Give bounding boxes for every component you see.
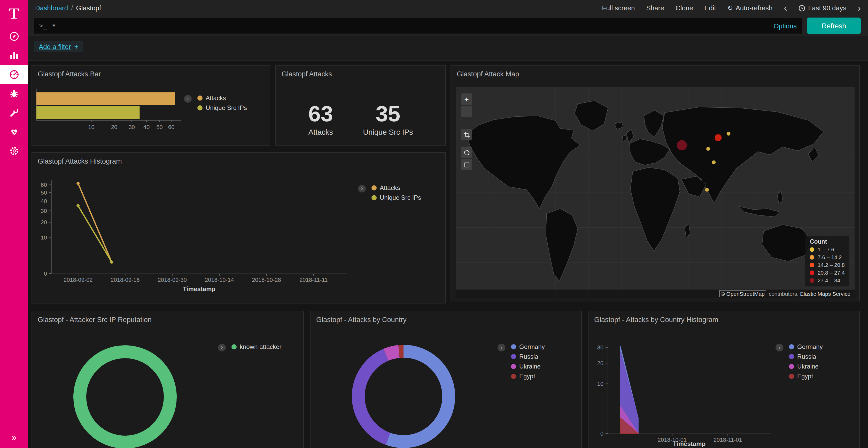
metric-row: 63 Attacks 35 Unique Src IPs xyxy=(276,78,445,136)
legend-item[interactable]: Attacks xyxy=(371,184,421,192)
polygon-icon xyxy=(463,149,470,156)
auto-refresh-button[interactable]: ↻ Auto-refresh xyxy=(727,4,773,12)
legend-item[interactable]: Russia xyxy=(789,353,823,360)
time-forward-button[interactable]: › xyxy=(858,3,861,13)
map-attribution: © OpenStreetMap contributors, Elastic Ma… xyxy=(456,289,855,298)
country-donut-chart[interactable] xyxy=(347,340,460,448)
auto-refresh-label: Auto-refresh xyxy=(736,4,772,12)
sidebar-collapse-toggle[interactable]: » xyxy=(0,433,28,443)
reputation-donut-chart[interactable] xyxy=(68,340,182,448)
map-legend-item: 1 – 7.6 xyxy=(810,246,845,252)
bar-chart-icon xyxy=(8,50,20,61)
sidebar-item-management[interactable] xyxy=(0,141,28,161)
svg-text:Timestamp: Timestamp xyxy=(183,285,215,292)
svg-text:30: 30 xyxy=(129,124,135,130)
legend-label: Ukraine xyxy=(519,363,541,370)
legend-toggle-button[interactable]: › xyxy=(498,344,505,351)
panel-title: Glastopf Attacks xyxy=(276,66,445,78)
query-input[interactable]: >_ * Options xyxy=(34,18,802,34)
fit-data-bounds-button[interactable] xyxy=(461,129,472,140)
world-map[interactable] xyxy=(456,87,855,298)
panel-title: Glastopf Attacks Histogram xyxy=(32,153,445,165)
attacks-histogram-chart[interactable]: 01020304050602018-09-022018-09-162018-09… xyxy=(37,175,373,299)
legend-label: Egypt xyxy=(519,373,535,380)
panel-attacks-by-country-histogram: Glastopf - Attacks by Country Histogram … xyxy=(588,311,860,448)
svg-text:40: 40 xyxy=(41,198,47,204)
draw-polygon-button[interactable] xyxy=(461,146,472,158)
edit-button[interactable]: Edit xyxy=(705,4,716,12)
legend-item[interactable]: Ukraine xyxy=(789,363,823,370)
share-button[interactable]: Share xyxy=(646,4,664,12)
zoom-out-button[interactable]: − xyxy=(461,106,472,117)
map-legend-color-dot xyxy=(810,263,814,267)
legend-item[interactable]: Egypt xyxy=(511,373,545,380)
legend-label: Ukraine xyxy=(797,363,819,370)
legend-item[interactable]: Attacks xyxy=(197,95,247,102)
sidebar-item-dev-tools[interactable] xyxy=(0,103,28,122)
legend-color-dot xyxy=(789,344,794,349)
openstreetmap-link[interactable]: © OpenStreetMap xyxy=(719,290,766,297)
elastic-maps-service-link[interactable]: Elastic Maps Service xyxy=(800,290,850,297)
chart-legend: ›GermanyRussiaUkraineEgypt xyxy=(776,343,823,382)
query-text[interactable]: * xyxy=(53,22,773,30)
svg-text:10: 10 xyxy=(597,381,603,387)
legend-toggle-button[interactable]: › xyxy=(218,344,226,351)
gauge-icon xyxy=(8,69,20,80)
legend-item[interactable]: Russia xyxy=(511,353,545,360)
legend-item[interactable]: Egypt xyxy=(789,373,823,380)
attack-map[interactable]: + − xyxy=(456,87,855,298)
top-actions: Full screen Share Clone Edit ↻ Auto-refr… xyxy=(602,3,861,13)
svg-text:2018-09-16: 2018-09-16 xyxy=(111,277,140,283)
main-area: Dashboard / Glastopf Full screen Share C… xyxy=(28,0,868,448)
map-legend-color-dot xyxy=(810,270,814,275)
sidebar-item-discover[interactable] xyxy=(0,27,28,46)
clone-button[interactable]: Clone xyxy=(676,4,693,12)
legend-item[interactable]: Germany xyxy=(789,343,823,350)
attribution-text: contributors, xyxy=(767,290,800,297)
options-link[interactable]: Options xyxy=(773,22,797,30)
map-legend-range: 14.2 – 20.8 xyxy=(817,262,845,268)
legend-color-dot xyxy=(197,96,203,101)
legend-color-dot xyxy=(511,344,516,349)
legend-toggle-button[interactable]: › xyxy=(776,344,783,351)
time-back-button[interactable]: ‹ xyxy=(784,3,787,13)
zoom-in-button[interactable]: + xyxy=(461,94,472,105)
panel-title: Glastopf - Attacks by Country Histogram xyxy=(588,311,859,323)
legend-color-dot xyxy=(789,364,794,369)
legend-item[interactable]: Germany xyxy=(511,343,545,350)
sidebar-item-timelion[interactable] xyxy=(0,84,28,103)
metric-value: 63 xyxy=(308,103,333,125)
legend-item[interactable]: Unique Src IPs xyxy=(371,194,421,201)
legend-item[interactable]: known attacker xyxy=(231,343,281,350)
sidebar-item-dashboard[interactable] xyxy=(0,65,28,84)
full-screen-button[interactable]: Full screen xyxy=(602,4,635,12)
top-nav-bar: Dashboard / Glastopf Full screen Share C… xyxy=(28,0,868,16)
country-histogram-chart[interactable]: 01020302018-10-012018-11-01Timestamp xyxy=(593,334,789,448)
panel-title: Glastopf Attacks Bar xyxy=(32,66,270,78)
add-filter-button[interactable]: Add a filter + xyxy=(34,41,83,52)
legend-label: Unique Src IPs xyxy=(380,194,421,201)
telekom-logo[interactable]: T xyxy=(0,0,28,27)
svg-text:50: 50 xyxy=(41,189,47,196)
sidebar-item-monitoring[interactable] xyxy=(0,122,28,141)
metric-label: Attacks xyxy=(308,128,333,136)
legend-toggle-button[interactable]: › xyxy=(358,185,366,193)
legend-item[interactable]: Unique Src IPs xyxy=(197,104,247,111)
svg-text:2018-09-30: 2018-09-30 xyxy=(158,277,187,283)
panel-title: Glastopf - Attacker Src IP Reputation xyxy=(32,311,303,323)
metric-value: 35 xyxy=(363,103,413,125)
legend-item[interactable]: Ukraine xyxy=(511,363,545,370)
chart-legend: ›known attacker xyxy=(218,343,281,353)
svg-text:Timestamp: Timestamp xyxy=(673,440,706,447)
sidebar-item-visualize[interactable] xyxy=(0,46,28,65)
breadcrumb-dashboard-link[interactable]: Dashboard xyxy=(35,4,68,12)
refresh-button[interactable]: Refresh xyxy=(807,18,861,34)
time-range-picker[interactable]: Last 90 days xyxy=(799,4,846,12)
draw-rectangle-button[interactable] xyxy=(461,159,472,170)
rectangle-icon xyxy=(463,161,470,168)
attacks-bar-chart[interactable]: 102030405060 xyxy=(36,87,207,135)
legend-toggle-button[interactable]: › xyxy=(184,95,192,103)
legend-label: Russia xyxy=(519,353,538,360)
svg-text:0: 0 xyxy=(600,430,603,437)
map-legend-range: 27.4 – 34 xyxy=(817,277,840,283)
